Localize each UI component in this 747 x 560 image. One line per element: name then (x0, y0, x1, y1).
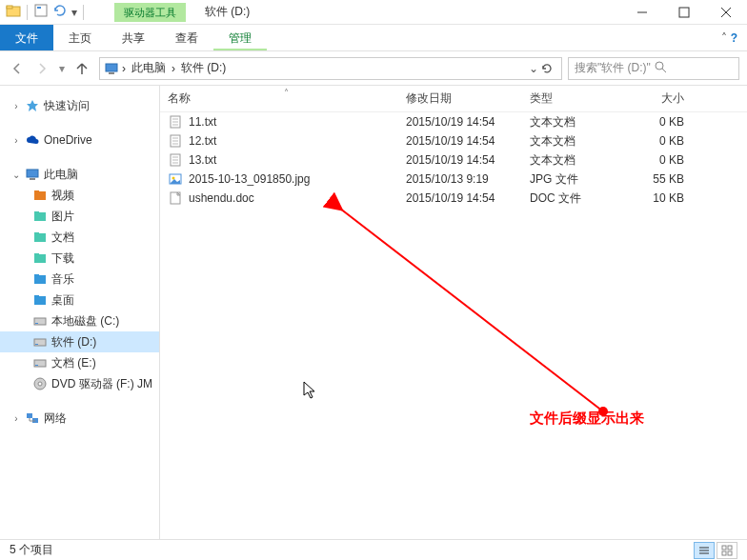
file-date: 2015/10/19 14:54 (406, 134, 530, 148)
folder-icon (6, 3, 21, 21)
file-date: 2015/10/19 14:54 (406, 115, 530, 129)
svg-rect-34 (27, 413, 32, 418)
svg-rect-25 (34, 295, 39, 297)
tree-child-item[interactable]: DVD 驱动器 (F:) JM (0, 373, 159, 394)
file-row[interactable]: 12.txt2015/10/19 14:54文本文档0 KB (160, 131, 747, 150)
col-header-type[interactable]: 类型 (530, 90, 625, 107)
folder-icon (32, 271, 48, 287)
refresh-icon[interactable] (540, 62, 554, 75)
breadcrumb-dropdown-icon[interactable]: ⌄ (529, 62, 538, 75)
ribbon-tab-manage[interactable]: 管理 (213, 25, 267, 50)
svg-rect-58 (722, 546, 726, 550)
file-type: 文本文档 (530, 133, 625, 150)
title-bar: ▾ 驱动器工具 软件 (D:) (0, 0, 747, 25)
ribbon-tab-file[interactable]: 文件 (0, 25, 53, 50)
tree-child-item[interactable]: 音乐 (0, 269, 159, 290)
file-icon (168, 171, 183, 187)
file-icon (168, 190, 183, 206)
folder-icon (32, 313, 48, 329)
file-date: 2015/10/19 14:54 (406, 191, 530, 205)
file-name: 12.txt (189, 134, 216, 148)
tree-child-item[interactable]: 文档 (E:) (0, 352, 159, 373)
expander-icon[interactable]: › (11, 101, 21, 111)
nav-back-button[interactable] (6, 57, 29, 80)
ribbon-tab-share[interactable]: 共享 (107, 25, 160, 50)
close-button[interactable] (705, 0, 747, 25)
tree-quick-access[interactable]: › 快速访问 (0, 95, 159, 116)
tree-label: 此电脑 (44, 167, 78, 183)
tree-label: 快速访问 (44, 98, 90, 114)
minimize-button[interactable] (621, 0, 663, 25)
chevron-right-icon[interactable]: › (169, 62, 178, 75)
view-thumbnails-button[interactable] (717, 542, 737, 559)
svg-rect-1 (7, 6, 12, 9)
help-icon[interactable]: ? (731, 31, 737, 45)
ribbon-tab-home[interactable]: 主页 (53, 25, 107, 50)
nav-forward-button[interactable] (30, 57, 53, 80)
tree-label: OneDrive (44, 133, 92, 147)
tree-label: 下载 (51, 250, 74, 267)
search-icon (654, 60, 733, 76)
view-details-button[interactable] (694, 542, 715, 559)
file-name: ushendu.doc (189, 191, 254, 205)
status-item-count: 5 个项目 (10, 542, 53, 558)
file-size: 0 KB (625, 153, 694, 167)
star-icon (25, 98, 40, 113)
col-header-date[interactable]: 修改日期 (406, 90, 530, 107)
svg-rect-5 (679, 8, 689, 17)
tree-onedrive[interactable]: › OneDrive (0, 130, 159, 150)
file-icon (168, 152, 183, 168)
qat-redo-icon[interactable] (52, 3, 68, 21)
svg-rect-31 (35, 365, 38, 366)
tree-label: 网络 (44, 410, 67, 427)
chevron-right-icon[interactable]: › (119, 62, 129, 75)
tree-label: 桌面 (51, 292, 74, 309)
expander-icon[interactable]: › (11, 135, 21, 146)
sort-indicator-icon: ˄ (284, 88, 289, 98)
tree-child-item[interactable]: 图片 (0, 206, 159, 227)
file-name: 13.txt (189, 153, 216, 167)
breadcrumb[interactable]: › 此电脑 › 软件 (D:) ⌄ (99, 57, 562, 80)
context-tab-drive-tools[interactable]: 驱动器工具 (114, 3, 186, 22)
folder-icon (32, 188, 48, 203)
nav-recent-dropdown[interactable]: ▾ (55, 57, 69, 80)
svg-rect-19 (34, 232, 39, 234)
col-header-size[interactable]: 大小 (625, 90, 694, 107)
tree-this-pc[interactable]: ⌄ 此电脑 (0, 164, 159, 185)
ribbon-collapse-icon[interactable]: ˄ (721, 31, 727, 45)
search-input[interactable]: 搜索"软件 (D:)" (568, 57, 739, 80)
maximize-button[interactable] (663, 0, 705, 25)
tree-label: 本地磁盘 (C:) (51, 313, 119, 330)
expander-icon[interactable]: ⌄ (11, 170, 21, 180)
file-size: 0 KB (625, 115, 694, 129)
nav-up-button[interactable] (71, 57, 93, 80)
tree-child-item[interactable]: 文档 (0, 227, 159, 248)
svg-rect-3 (37, 7, 41, 9)
tree-child-item[interactable]: 下载 (0, 248, 159, 269)
file-row[interactable]: 11.txt2015/10/19 14:54文本文档0 KB (160, 112, 747, 131)
file-row[interactable]: ushendu.doc2015/10/19 14:54DOC 文件10 KB (160, 189, 747, 208)
tree-child-item[interactable]: 视频 (0, 185, 159, 206)
file-row[interactable]: 2015-10-13_091850.jpg2015/10/13 9:19JPG … (160, 170, 747, 189)
ribbon-tab-view[interactable]: 查看 (160, 25, 213, 50)
window-title: 软件 (D:) (205, 4, 250, 20)
annotation-text: 文件后缀显示出来 (530, 410, 644, 428)
qat-dropdown-icon[interactable]: ▾ (71, 6, 77, 19)
file-view: ˄ 名称 修改日期 类型 大小 11.txt2015/10/19 14:54文本… (160, 86, 747, 539)
breadcrumb-seg-pc[interactable]: 此电脑 (129, 60, 169, 76)
breadcrumb-seg-drive[interactable]: 软件 (D:) (178, 60, 229, 76)
tree-child-item[interactable]: 桌面 (0, 290, 159, 310)
expander-icon[interactable]: › (11, 413, 21, 424)
tree-child-item[interactable]: 软件 (D:) (0, 331, 159, 352)
svg-point-10 (656, 62, 663, 70)
svg-rect-23 (34, 274, 39, 276)
svg-rect-24 (34, 296, 46, 305)
folder-icon (32, 355, 48, 370)
nav-tree: › 快速访问 › OneDrive ⌄ 此电脑 视频图片文档下载音乐桌面本地磁盘… (0, 86, 160, 539)
qat-properties-icon[interactable] (33, 3, 49, 21)
tree-child-item[interactable]: 本地磁盘 (C:) (0, 310, 159, 331)
folder-icon (32, 209, 48, 224)
tree-network[interactable]: › 网络 (0, 408, 159, 429)
tree-label: DVD 驱动器 (F:) JM (51, 376, 152, 392)
file-row[interactable]: 13.txt2015/10/19 14:54文本文档0 KB (160, 150, 747, 170)
